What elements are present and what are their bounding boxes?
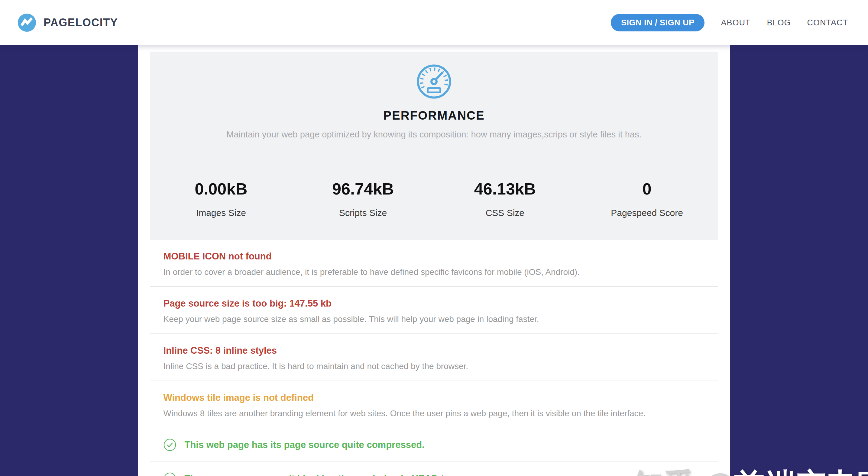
stat-value: 96.74kB [292,179,434,198]
header-nav: SIGN IN / SIGN UP ABOUTBLOGCONTACT [611,14,848,31]
audit-item: Windows tile image is not defined Window… [150,381,718,428]
stats-row: 0.00kB Images Size 96.74kB Scripts Size … [150,179,718,218]
audit-item: Inline CSS: 8 inline styles Inline CSS i… [150,334,718,381]
brand[interactable]: PAGELOCITY [18,13,118,32]
audit-item-description: Keep your web page source size as small … [163,313,705,325]
audit-item-description: Windows 8 tiles are another branding ele… [163,408,705,419]
audit-item-title: Page source size is too big: 147.55 kb [163,297,705,310]
audit-item-title: Windows tile image is not defined [163,392,705,404]
stat-label: Pagespeed Score [576,208,718,218]
sign-in-button[interactable]: SIGN IN / SIGN UP [611,14,705,31]
top-nav: PAGELOCITY SIGN IN / SIGN UP ABOUTBLOGCO… [0,0,868,45]
page-background: PERFORMANCE Maintain your web page optim… [0,45,868,476]
stat-scripts-size: 96.74kB Scripts Size [292,179,434,218]
audit-item: This web page has its page source quite … [150,428,718,462]
audit-item-title: This web page has its page source quite … [185,439,425,451]
audit-item-title: Inline CSS: 8 inline styles [163,344,705,357]
stat-css-size: 46.13kB CSS Size [434,179,576,218]
audit-item: Page source size is too big: 147.55 kb K… [150,287,718,334]
audit-item-description: Inline CSS is a bad practice. It is hard… [163,361,705,372]
audit-list: MOBILE ICON not found In order to cover … [150,240,718,476]
stat-pagespeed-score: 0 Pagespeed Score [576,179,718,218]
stat-value: 0 [576,179,718,198]
audit-item-title: MOBILE ICON not found [163,250,705,263]
nav-link-about[interactable]: ABOUT [721,18,750,28]
stat-value: 0.00kB [150,179,292,198]
brand-name: PAGELOCITY [43,16,118,29]
watermark-name: 前端充电宝 [734,467,868,476]
nav-link-contact[interactable]: CONTACT [807,18,848,28]
audit-item-description: In order to cover a broader audience, it… [163,266,705,278]
stat-label: Scripts Size [292,208,434,218]
nav-link-blog[interactable]: BLOG [767,18,790,28]
audit-item-title: The css resources aren't blocking the re… [185,472,458,476]
section-subtitle: Maintain your web page optimized by know… [226,130,641,140]
stat-label: Images Size [150,208,292,218]
pagelocity-logo-icon [18,13,36,32]
stat-value: 46.13kB [434,179,576,198]
audit-item: MOBILE ICON not found In order to cover … [150,240,718,287]
audit-item: The css resources aren't blocking the re… [150,462,718,476]
speedometer-icon [416,63,452,100]
check-circle-icon [163,439,176,451]
section-title: PERFORMANCE [383,109,485,122]
stat-images-size: 0.00kB Images Size [150,179,292,218]
stat-label: CSS Size [434,208,576,218]
results-card: PERFORMANCE Maintain your web page optim… [138,45,730,476]
performance-panel: PERFORMANCE Maintain your web page optim… [150,52,718,240]
check-circle-icon [163,472,176,476]
